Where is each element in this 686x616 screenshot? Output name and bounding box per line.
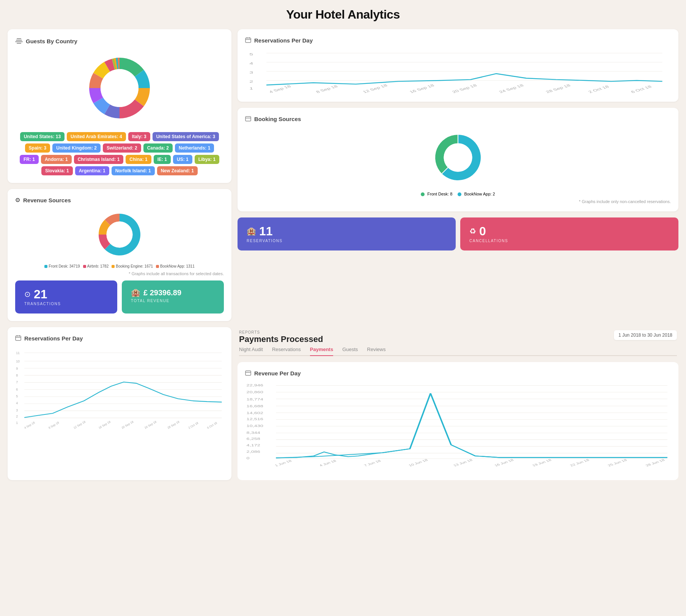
tab-reviews[interactable]: Reviews: [367, 347, 385, 356]
country-tag: Switzerland: 2: [103, 143, 141, 153]
total-revenue-stat-card: 🏨 £ 29396.89 TOTAL REVENUE: [122, 280, 224, 314]
reservations-stat-number: 11: [259, 225, 273, 237]
svg-text:2 Oct 18: 2 Oct 18: [587, 85, 610, 94]
revenue-sources-legend: Front Desk: 34719 Airbnb: 1782 Booking E…: [15, 264, 224, 268]
revenue-sources-title: ⊙ Revenue Sources: [15, 197, 224, 203]
svg-text:5: 5: [16, 394, 18, 398]
booking-sources-note: * Graphs include only non-cancelled rese…: [245, 199, 671, 204]
svg-text:6: 6: [16, 388, 18, 391]
svg-text:12 Sep 18: 12 Sep 18: [362, 83, 389, 94]
svg-text:1: 1: [249, 86, 253, 90]
revenue-per-day-chart: 22,946 20,860 18,774 16,688 14,602 12,51…: [245, 381, 671, 473]
page-title: Your Hotel Analytics: [8, 8, 678, 22]
country-tag: FR: 1: [20, 155, 39, 164]
svg-rect-5: [245, 38, 251, 43]
svg-text:8: 8: [16, 373, 18, 377]
guests-by-country-card: Guests By Country: [8, 29, 231, 183]
tab-night-audit[interactable]: Night Audit: [239, 347, 263, 356]
svg-text:7 Jun 18: 7 Jun 18: [363, 459, 382, 467]
svg-text:4,172: 4,172: [247, 443, 260, 447]
reports-tabs[interactable]: Night Audit Reservations Payments Guests…: [239, 347, 677, 356]
svg-text:7: 7: [16, 380, 18, 384]
cancellations-stat-label: CANCELLATIONS: [469, 239, 669, 243]
svg-text:22,946: 22,946: [247, 383, 264, 387]
svg-text:3: 3: [249, 70, 253, 74]
svg-rect-0: [16, 40, 22, 41]
cancellations-stat-number: 0: [479, 225, 486, 237]
tab-guests[interactable]: Guests: [342, 347, 358, 356]
reservations-stat-card: 🏨 11 RESERVATIONS: [238, 217, 456, 250]
right-stats-row: 🏨 11 RESERVATIONS ♻ 0 CANCELLATIONS: [238, 217, 678, 250]
country-tag: US: 1: [173, 155, 192, 164]
booking-sources-title: Booking Sources: [245, 115, 671, 123]
svg-text:20 Sep 18: 20 Sep 18: [121, 420, 134, 430]
country-tag: New Zealand: 1: [157, 166, 198, 175]
svg-rect-27: [245, 117, 251, 121]
booknow-legend: BookNow App: 2: [458, 192, 495, 196]
res-bottom-icon: [15, 335, 21, 342]
svg-text:16,688: 16,688: [247, 404, 264, 408]
svg-text:6,258: 6,258: [247, 437, 261, 441]
booking-sources-card: Booking Sources: [238, 108, 678, 211]
svg-text:2: 2: [16, 414, 18, 418]
svg-text:18,774: 18,774: [247, 397, 264, 401]
svg-text:16 Sep 18: 16 Sep 18: [98, 420, 111, 430]
svg-text:22 Jun 18: 22 Jun 18: [569, 458, 590, 467]
svg-text:28 Sep 18: 28 Sep 18: [167, 420, 180, 430]
country-tag: IE: 1: [154, 155, 171, 164]
svg-rect-3: [17, 43, 21, 44]
svg-text:13 Jun 18: 13 Jun 18: [452, 458, 473, 467]
svg-text:1: 1: [16, 421, 18, 425]
country-tag: Italy: 3: [128, 132, 150, 141]
svg-text:24 Sep 18: 24 Sep 18: [144, 420, 157, 430]
svg-text:28 Jun 18: 28 Jun 18: [645, 458, 666, 467]
cancellations-stat-icon: ♻: [469, 227, 476, 236]
svg-text:4: 4: [249, 61, 253, 65]
svg-text:16 Jun 18: 16 Jun 18: [494, 458, 514, 467]
svg-point-32: [107, 222, 133, 248]
revenue-per-day-icon: [245, 370, 251, 377]
guests-card-title: Guests By Country: [15, 37, 224, 46]
svg-text:4 Sep 18: 4 Sep 18: [24, 421, 35, 430]
country-tag: Andorra: 1: [41, 155, 72, 164]
cancellations-stat-card: ♻ 0 CANCELLATIONS: [460, 217, 678, 250]
country-tag: Argentina: 1: [75, 166, 109, 175]
country-tag: China: 1: [126, 155, 151, 164]
reservations-per-day-top-card: Reservations Per Day 5 4 3 2 1: [238, 29, 678, 102]
country-tag: Spain: 3: [25, 143, 50, 153]
country-tag: Libya: 1: [195, 155, 219, 164]
svg-text:6 Oct 18: 6 Oct 18: [206, 421, 218, 430]
svg-rect-1: [17, 38, 21, 39]
transactions-icon: ⊙: [24, 290, 31, 299]
country-tag: United Kingdom: 2: [52, 143, 101, 153]
guests-icon: [15, 37, 23, 46]
revenue-per-day-card: Revenue Per Day 22,946 20,860 18,774 16,…: [238, 362, 678, 480]
front-desk-legend: Front Desk: 8: [421, 192, 452, 196]
svg-text:24 Sep 18: 24 Sep 18: [498, 83, 525, 94]
res-per-day-bottom-card: Reservations Per Day 11 10 9 8 7 6 5 4 3…: [8, 327, 231, 480]
country-tag: United States of America: 3: [153, 132, 219, 141]
svg-text:16 Sep 18: 16 Sep 18: [409, 83, 436, 94]
guests-donut-chart: [15, 50, 224, 126]
tab-payments[interactable]: Payments: [310, 347, 333, 356]
country-tag: Netherlands: 1: [175, 143, 214, 153]
svg-text:2,086: 2,086: [247, 450, 261, 454]
svg-text:19 Jun 18: 19 Jun 18: [532, 458, 552, 467]
calendar-icon: [245, 37, 251, 44]
res-per-day-bottom-title: Reservations Per Day: [15, 335, 224, 342]
svg-text:1 Jun 18: 1 Jun 18: [274, 459, 293, 467]
revenue-sources-card: ⊙ Revenue Sources Front De: [8, 189, 231, 321]
svg-point-4: [101, 69, 138, 107]
country-tag: United States: 13: [20, 132, 65, 141]
country-tag: Christmas Island: 1: [74, 155, 124, 164]
country-tags: United States: 13United Arab Emirates: 4…: [15, 132, 224, 175]
transactions-stat-card: ⊙ 21 TRANSACTIONS: [15, 280, 117, 314]
tab-reservations[interactable]: Reservations: [272, 347, 301, 356]
svg-text:9: 9: [16, 367, 18, 370]
booking-sources-donut: [245, 127, 671, 188]
svg-text:3: 3: [16, 408, 18, 412]
svg-text:14,602: 14,602: [247, 411, 263, 415]
svg-text:10,430: 10,430: [247, 424, 264, 428]
country-tag: United Arab Emirates: 4: [67, 132, 126, 141]
svg-text:8 Sep 18: 8 Sep 18: [48, 421, 60, 430]
